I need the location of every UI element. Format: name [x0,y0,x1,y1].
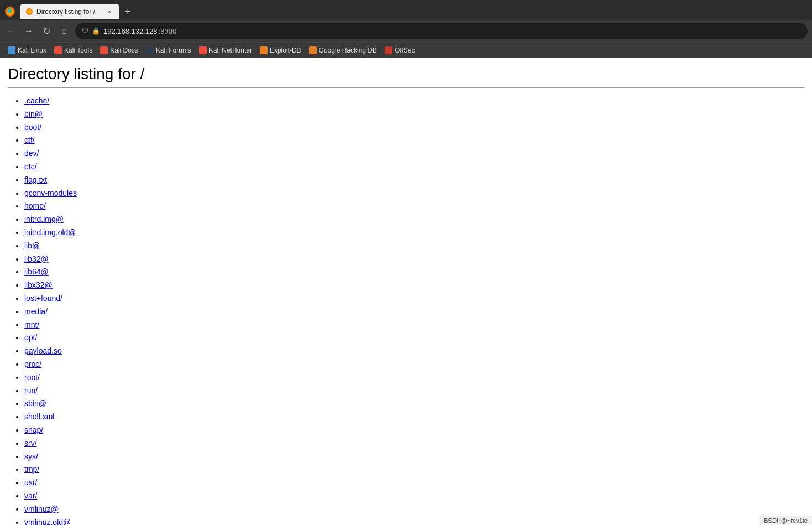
list-item: flag.txt [24,174,804,187]
file-link-3[interactable]: ctf/ [24,136,35,144]
file-link-31[interactable]: vmlinuz@ [24,505,59,513]
bookmarks-bar: Kali LinuxKali ToolsKali DocsKali Forums… [0,42,812,58]
file-link-11[interactable]: lib@ [24,241,40,250]
tab-title: Directory listing for / [36,8,102,15]
bookmark-item-1[interactable]: Kali Tools [51,45,96,55]
file-link-0[interactable]: .cache/ [24,96,49,105]
bookmark-icon-2 [100,46,108,54]
file-link-22[interactable]: run/ [24,386,38,395]
list-item: lib64@ [24,266,804,279]
list-item: boot/ [24,121,804,134]
status-text: BSDH@~rev1te [764,517,808,524]
file-link-25[interactable]: snap/ [24,425,43,434]
browser-chrome: Directory listing for / × + ← → ↻ ⌂ 🛡 🔒 … [0,0,812,58]
file-link-21[interactable]: root/ [24,373,40,382]
bookmark-icon-5 [260,46,268,54]
list-item: sys/ [24,450,804,464]
list-item: vmlinuz.old@ [24,516,804,526]
file-link-5[interactable]: etc/ [24,162,37,171]
list-item: snap/ [24,424,804,437]
active-tab[interactable]: Directory listing for / × [20,4,119,19]
list-item: tmp/ [24,463,804,476]
list-item: mnt/ [24,319,804,332]
file-link-28[interactable]: tmp/ [24,465,39,474]
list-item: etc/ [24,160,804,174]
file-link-18[interactable]: opt/ [24,333,37,342]
list-item: sbin@ [24,397,804,410]
url-host: 192.168.132.128 [103,27,158,35]
list-item: initrd.img.old@ [24,226,804,240]
file-link-1[interactable]: bin@ [24,110,43,118]
svg-point-4 [27,9,32,14]
home-button[interactable]: ⌂ [57,24,71,38]
firefox-icon [4,6,15,17]
list-item: srv/ [24,437,804,450]
bookmark-label-4: Kali NetHunter [209,46,252,54]
tab-bar: Directory listing for / × + [0,0,812,20]
list-item: var/ [24,490,804,503]
list-item: libx32@ [24,279,804,292]
page-title: Directory listing for / [8,65,804,83]
list-item: usr/ [24,476,804,490]
file-link-14[interactable]: libx32@ [24,280,53,289]
status-bar: BSDH@~rev1te [759,516,812,525]
file-link-6[interactable]: flag.txt [24,175,47,184]
list-item: home/ [24,200,804,213]
list-item: lib32@ [24,253,804,266]
bookmark-icon-6 [309,46,317,54]
file-link-8[interactable]: home/ [24,201,46,210]
bookmark-icon-1 [54,46,62,54]
list-item: .cache/ [24,95,804,108]
file-link-2[interactable]: boot/ [24,123,41,132]
back-button[interactable]: ← [4,24,18,38]
file-link-26[interactable]: srv/ [24,439,37,448]
forward-button[interactable]: → [22,24,35,38]
file-link-24[interactable]: shell.xml [24,412,54,421]
file-link-12[interactable]: lib32@ [24,254,49,263]
file-link-32[interactable]: vmlinuz.old@ [24,518,71,526]
file-link-7[interactable]: gconv-modules [24,189,77,197]
file-link-13[interactable]: lib64@ [24,267,49,276]
list-item: opt/ [24,331,804,345]
list-item: run/ [24,384,804,398]
file-link-27[interactable]: sys/ [24,452,38,461]
file-link-17[interactable]: mnt/ [24,320,39,329]
bookmark-icon-7 [385,46,392,54]
bookmark-icon-4 [199,46,207,54]
file-link-9[interactable]: initrd.img@ [24,215,64,223]
list-item: lost+found/ [24,292,804,305]
url-port: :8000 [159,27,177,35]
file-link-30[interactable]: var/ [24,491,37,500]
bookmark-item-6[interactable]: Google Hacking DB [306,45,380,55]
list-item: vmlinuz@ [24,503,804,516]
file-list: .cache/bin@boot/ctf/dev/etc/flag.txtgcon… [8,95,804,525]
reload-button[interactable]: ↻ [40,24,53,38]
bookmark-item-0[interactable]: Kali Linux [4,45,50,55]
file-link-29[interactable]: usr/ [24,478,37,487]
file-link-16[interactable]: media/ [24,307,48,316]
file-link-19[interactable]: payload.so [24,346,62,355]
new-tab-button[interactable]: + [122,6,134,18]
bookmark-item-2[interactable]: Kali Docs [97,45,142,55]
divider [8,87,804,88]
bookmark-item-3[interactable]: Kali Forums [143,45,195,55]
address-bar: ← → ↻ ⌂ 🛡 🔒 192.168.132.128:8000 [0,20,812,42]
shield-icon: 🛡 [82,27,88,35]
bookmark-item-7[interactable]: OffSec [381,45,418,55]
bookmark-item-5[interactable]: Exploit-DB [256,45,305,55]
tab-favicon [25,8,33,15]
file-link-20[interactable]: proc/ [24,360,41,368]
bookmark-item-4[interactable]: Kali NetHunter [196,45,255,55]
list-item: dev/ [24,147,804,160]
file-link-15[interactable]: lost+found/ [24,294,62,303]
file-link-23[interactable]: sbin@ [24,399,46,408]
file-link-4[interactable]: dev/ [24,149,39,158]
list-item: gconv-modules [24,187,804,200]
tab-close-button[interactable]: × [105,7,114,16]
url-bar[interactable]: 🛡 🔒 192.168.132.128:8000 [75,23,808,39]
list-item: shell.xml [24,410,804,424]
file-link-10[interactable]: initrd.img.old@ [24,228,76,237]
list-item: proc/ [24,358,804,371]
bookmark-label-7: OffSec [395,46,415,54]
page-content: Directory listing for / .cache/bin@boot/… [0,58,812,525]
